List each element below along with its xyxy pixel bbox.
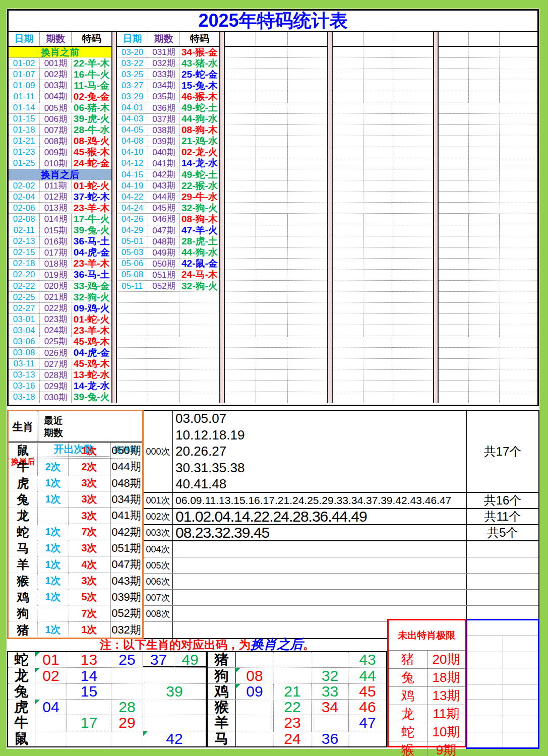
draw-code: 09-鸡-火: [72, 303, 111, 313]
draw-code: [500, 169, 537, 180]
draw-row: 04-15042期49-蛇-土: [117, 169, 219, 180]
draw-date: 04-19: [117, 180, 148, 191]
draw-period: 015期: [40, 225, 72, 236]
draw-code: [394, 370, 433, 381]
draw-row: [333, 102, 433, 113]
draw-date: 02-20: [9, 270, 40, 280]
freq-label: 003次: [144, 525, 173, 540]
draw-date: [333, 381, 363, 392]
draw-code: 08-狗-木: [180, 125, 219, 136]
draw-period: [469, 47, 500, 57]
draw-period: 034期: [148, 80, 180, 91]
draw-period: [148, 292, 180, 302]
draw-code: [394, 58, 433, 69]
draw-code: [500, 203, 537, 213]
draw-period: [469, 80, 500, 91]
draw-row: [439, 136, 537, 147]
draw-date: [225, 147, 256, 158]
draw-period: 047期: [148, 225, 180, 236]
stats-recent-period: 044期: [110, 459, 142, 475]
stats-before-count: 1次: [38, 556, 69, 573]
draw-row: [439, 124, 537, 136]
draw-code: 49-蛇-土: [180, 102, 219, 113]
draw-date: 02-27: [9, 303, 40, 313]
draw-row: [225, 124, 327, 136]
draw-period: [363, 236, 395, 247]
stats-after-count: 1次: [69, 443, 110, 459]
draw-period: 050期: [148, 259, 180, 269]
draw-date: [439, 381, 469, 392]
draw-code: [500, 114, 537, 124]
draw-row: 03-08026期04-虎-金: [9, 347, 111, 358]
draw-date: [225, 292, 256, 302]
zodiac-label: 龙: [8, 668, 35, 683]
draw-date: [439, 192, 469, 202]
draw-code: [500, 180, 537, 191]
draw-row: [333, 213, 433, 224]
draw-date: 05-11: [117, 281, 148, 291]
stats-before-count: 2次: [38, 459, 69, 475]
draw-period: [256, 180, 288, 191]
draw-code: [500, 336, 537, 347]
draw-date: 03-16: [9, 381, 40, 392]
zodiac-numbers-table-left: 蛇0113253749龙0214兔1539虎0428牛1729鼠42: [7, 651, 207, 747]
draw-code: [288, 102, 327, 113]
freq-total: 共5个: [466, 525, 538, 540]
zodiac-number-cell: [236, 715, 273, 730]
draw-row: [225, 225, 327, 236]
zodiac-number-cell: 45: [348, 684, 386, 699]
stats-before-count: 1次: [38, 622, 69, 638]
stats-after-count: 5次: [69, 589, 110, 605]
freq-row: 000次03.05.0710.12.18.1920.26.2730.31.35.…: [144, 411, 538, 493]
draw-period: [469, 169, 500, 180]
draw-date: [333, 247, 363, 258]
group-divider: [111, 32, 117, 403]
stats-before-count: [38, 605, 69, 621]
zodiac-number-cell: 42: [143, 731, 206, 746]
draw-date: [439, 225, 469, 236]
draw-date: 01-21: [9, 136, 40, 147]
draw-row: [439, 147, 537, 158]
freq-number-line: 40.41.48: [175, 476, 466, 492]
freq-total: [466, 557, 538, 573]
draw-row: [439, 69, 537, 80]
draw-date: [333, 336, 363, 347]
draw-code: [288, 69, 327, 80]
draw-date: [117, 359, 148, 369]
draw-row: [439, 80, 537, 91]
draw-code: 01-蛇-火: [72, 180, 111, 191]
draw-row: [439, 313, 537, 325]
draw-date: [333, 69, 363, 80]
draw-row: 02-20019期36-马-土: [9, 269, 111, 280]
draw-row: 04-08039期21-鸡-水: [117, 136, 219, 147]
zodiac-number-cell: 33: [311, 684, 348, 699]
draw-period: 021期: [40, 292, 72, 302]
draw-period: [363, 169, 395, 180]
draw-date: [117, 325, 148, 336]
draw-row: [333, 313, 433, 325]
draw-date: [225, 336, 256, 347]
draw-code: [288, 114, 327, 124]
draw-code: 02-兔-金: [72, 91, 111, 102]
draw-row: [117, 291, 219, 302]
draw-row: 03-01023期01-蛇-火: [9, 313, 111, 325]
draw-period: 046期: [148, 214, 180, 224]
draw-date: [439, 91, 469, 102]
draw-date: 02-22: [9, 281, 40, 291]
draw-code: [180, 336, 219, 347]
draw-code: [500, 392, 537, 403]
draw-date: [225, 314, 256, 325]
draw-period: [256, 114, 288, 124]
draw-period: [363, 47, 395, 57]
draw-row: 04-01036期49-蛇-土: [117, 102, 219, 113]
zodiac-label: 牛: [8, 715, 35, 730]
draw-row: [439, 47, 537, 57]
stats-recent-period: 050期: [110, 443, 142, 459]
freq-numbers: [173, 541, 466, 557]
draw-date: [333, 169, 363, 180]
freq-label: 002次: [144, 509, 173, 524]
draw-row: [333, 80, 433, 91]
draw-period: [363, 392, 395, 403]
comment-marker-icon: [236, 684, 240, 688]
zodiac-label: 虎: [8, 700, 35, 715]
